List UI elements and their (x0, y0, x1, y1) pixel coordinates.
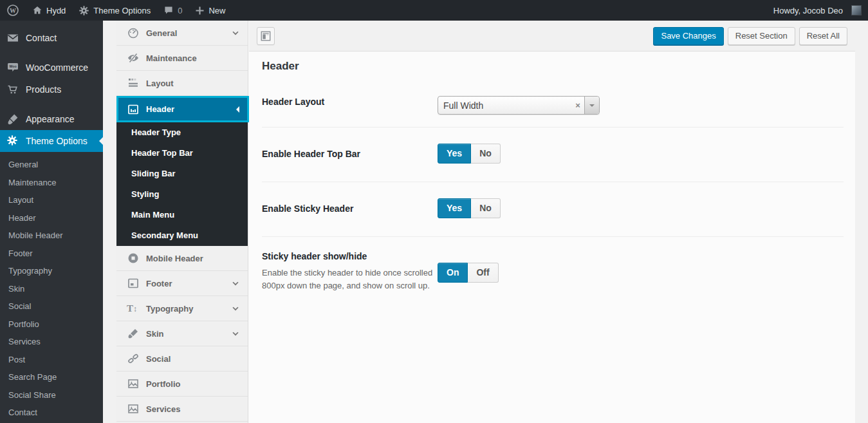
section-label: General (146, 28, 177, 38)
section-mobile-header[interactable]: Mobile Header (116, 246, 248, 271)
subsection-styling[interactable]: Styling (116, 184, 248, 205)
active-section-arrow-icon (236, 106, 239, 113)
toggle-on-button[interactable]: On (438, 263, 468, 283)
toggle-yes-button[interactable]: Yes (438, 144, 471, 164)
section-label: Maintenance (146, 53, 197, 63)
select-dropdown-button[interactable] (584, 97, 599, 114)
gear-icon (78, 5, 89, 16)
section-general[interactable]: General (116, 21, 248, 46)
submenu-item-typography[interactable]: Typography (0, 262, 103, 280)
panel-toggle-button[interactable] (257, 27, 275, 45)
submenu-item-maintenance[interactable]: Maintenance (0, 174, 103, 192)
content-toolbar: Save Changes Reset Section Reset All (249, 21, 855, 52)
subsection-secondary-menu[interactable]: Secondary Menu (116, 225, 248, 246)
header-section-submenu: Header Type Header Top Bar Sliding Bar S… (116, 122, 248, 246)
header-top-bar-toggle: Yes No (438, 144, 501, 164)
subsection-sliding-bar[interactable]: Sliding Bar (116, 164, 248, 184)
submenu-item-layout[interactable]: Layout (0, 191, 103, 209)
header-icon (127, 103, 140, 116)
submenu-item-general[interactable]: General (0, 156, 103, 174)
submenu-item-services[interactable]: Services (0, 333, 103, 351)
wordpress-logo-menu[interactable]: W (0, 0, 26, 21)
admin-bar: W Hydd Theme Options 0 New Howdy, Jocob … (0, 0, 868, 21)
caret-down-icon (589, 104, 595, 109)
woocommerce-icon: Woo (6, 61, 19, 74)
submenu-item-social[interactable]: Social (0, 297, 103, 315)
sidebar-item-products[interactable]: Products (0, 79, 103, 100)
subsection-header-top-bar[interactable]: Header Top Bar (116, 143, 248, 164)
selected-value: Full Width (438, 100, 571, 111)
section-footer[interactable]: Footer (116, 271, 248, 296)
sidebar-item-woocommerce[interactable]: Woo WooCommerce (0, 57, 103, 79)
field-label: Header Layout (262, 96, 438, 108)
header-layout-select[interactable]: Full Width × (438, 96, 600, 115)
submenu-item-contact[interactable]: Contact (0, 404, 103, 422)
subsection-header-type[interactable]: Header Type (116, 122, 248, 143)
site-name-menu[interactable]: Hydd (26, 0, 72, 21)
skin-brush-icon (127, 327, 140, 340)
section-label: Header (146, 104, 174, 114)
reset-all-button[interactable]: Reset All (799, 27, 847, 45)
clear-selection-icon[interactable]: × (571, 100, 584, 110)
reset-section-button[interactable]: Reset Section (728, 27, 795, 45)
wp-admin-sidebar: Contact Woo WooCommerce Products Appeara… (0, 21, 103, 423)
field-label: Sticky header show/hide (262, 250, 438, 262)
section-typography[interactable]: T↕ Typography (116, 296, 248, 321)
sidebar-item-theme-options[interactable]: Theme Options (0, 130, 103, 152)
comments-menu[interactable]: 0 (157, 0, 189, 21)
chevron-down-icon (231, 28, 240, 37)
section-skin[interactable]: Skin (116, 321, 248, 346)
chevron-down-icon (231, 279, 240, 288)
comments-count: 0 (178, 6, 182, 15)
section-maintenance[interactable]: Maintenance (116, 46, 248, 71)
section-label: Social (146, 354, 171, 364)
footer-icon (127, 277, 140, 290)
page-title: Header (262, 60, 855, 73)
toggle-no-button[interactable]: No (471, 144, 501, 164)
sticky-header-toggle: Yes No (438, 198, 501, 218)
section-header[interactable]: Header (116, 96, 249, 122)
gear-icon (6, 135, 19, 147)
subsection-main-menu[interactable]: Main Menu (116, 205, 248, 225)
avatar (851, 5, 862, 15)
sidebar-item-label: Appearance (26, 114, 75, 124)
section-label: Mobile Header (146, 254, 203, 263)
toggle-off-button[interactable]: Off (468, 263, 498, 283)
svg-text:Woo: Woo (9, 64, 16, 68)
section-layout[interactable]: Layout (116, 71, 248, 96)
section-social[interactable]: Social (116, 346, 248, 371)
submenu-item-portfolio[interactable]: Portfolio (0, 315, 103, 334)
image-icon (127, 377, 140, 390)
field-sticky-show-hide: Sticky header show/hide Enable the stick… (262, 237, 844, 310)
brush-icon (6, 113, 19, 126)
theme-options-submenu: General Maintenance Layout Header Mobile… (0, 152, 103, 423)
comment-bubble-icon (163, 5, 174, 15)
submenu-item-post[interactable]: Post (0, 351, 103, 369)
new-content-menu[interactable]: New (189, 0, 232, 21)
section-services[interactable]: Services (116, 397, 248, 422)
theme-options-admin-menu[interactable]: Theme Options (72, 0, 157, 21)
submenu-item-search-page[interactable]: Search Page (0, 368, 103, 386)
toggle-yes-button[interactable]: Yes (438, 198, 471, 218)
account-menu[interactable]: Howdy, Jocob Deo (767, 5, 868, 15)
section-label: Portfolio (146, 379, 180, 389)
submenu-item-social-share[interactable]: Social Share (0, 386, 103, 404)
sidebar-item-label: Products (26, 84, 61, 95)
submenu-item-header[interactable]: Header (0, 209, 103, 227)
submenu-item-mobile-header[interactable]: Mobile Header (0, 227, 103, 245)
sidebar-item-contact-top[interactable]: Contact (0, 27, 103, 49)
sticky-show-hide-toggle: On Off (438, 263, 499, 283)
active-menu-arrow (99, 137, 103, 145)
save-changes-button[interactable]: Save Changes (653, 27, 723, 45)
options-content: Save Changes Reset Section Reset All Hea… (249, 21, 855, 423)
submenu-item-footer[interactable]: Footer (0, 245, 103, 263)
submenu-item-skin[interactable]: Skin (0, 280, 103, 298)
section-portfolio[interactable]: Portfolio (116, 371, 248, 397)
toggle-no-button[interactable]: No (471, 198, 501, 218)
section-label: Services (146, 404, 181, 414)
field-description: Enable the sticky header to hide once sc… (262, 267, 443, 292)
envelope-icon (6, 32, 19, 44)
field-enable-header-top-bar: Enable Header Top Bar Yes No (262, 127, 844, 182)
sidebar-item-label: Contact (26, 33, 57, 43)
sidebar-item-appearance[interactable]: Appearance (0, 108, 103, 130)
